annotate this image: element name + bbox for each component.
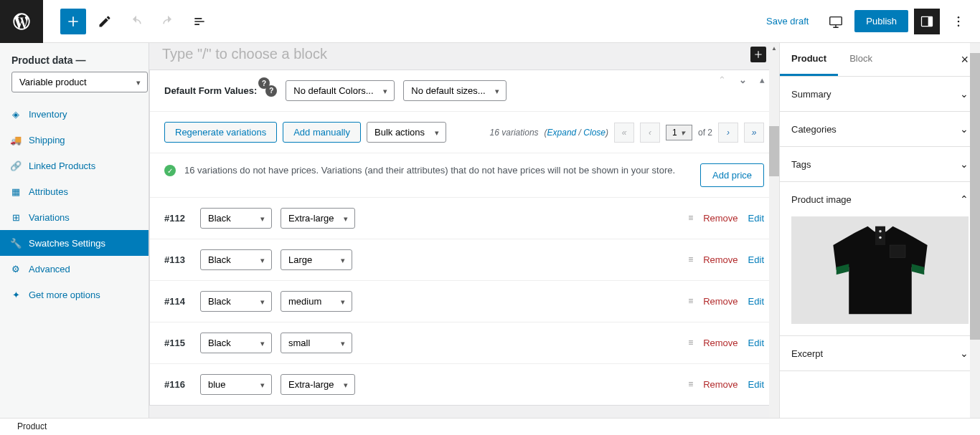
pager-first[interactable]: «: [614, 123, 634, 143]
inventory-icon: ◈: [10, 108, 22, 120]
remove-variation-link[interactable]: Remove: [703, 338, 738, 348]
variation-color-select[interactable]: blue: [200, 374, 272, 395]
drag-handle-icon[interactable]: ≡: [688, 381, 693, 387]
redo-button[interactable]: [155, 9, 181, 34]
panel-toggle-product-image[interactable]: Product image ⌃: [780, 182, 980, 216]
undo-icon: [129, 14, 143, 29]
wordpress-icon: [11, 11, 32, 32]
tab-product[interactable]: Product: [780, 43, 838, 76]
variation-size-select[interactable]: small: [281, 333, 352, 353]
variation-color-select[interactable]: Black: [200, 333, 272, 353]
panel-toggle-tags[interactable]: Tags ⌄: [780, 147, 980, 181]
add-block-button[interactable]: [60, 9, 86, 34]
drag-handle-icon[interactable]: ≡: [688, 298, 693, 304]
variation-actions: ≡ Remove Edit: [688, 254, 764, 265]
default-color-wrap: No default Colors...: [286, 80, 395, 101]
content-scrollbar-track[interactable]: ▲ ▼: [769, 43, 779, 435]
variation-id: #112: [164, 213, 192, 224]
sidebar-item-inventory[interactable]: ◈ Inventory: [0, 101, 149, 127]
panel-toggle-summary[interactable]: Summary ⌄: [780, 77, 980, 111]
product-data-sidebar: Product data — Variable product ◈ Invent…: [0, 43, 149, 435]
add-price-button[interactable]: Add price: [700, 163, 764, 187]
sidebar-scrollbar-track[interactable]: [970, 43, 980, 418]
svg-rect-9: [890, 245, 905, 258]
caret-up-icon[interactable]: ▴: [760, 75, 765, 85]
more-options-button[interactable]: [946, 9, 971, 34]
preview-button[interactable]: [823, 9, 849, 34]
expand-link[interactable]: Expand: [547, 128, 577, 138]
sidebar-item-getmore[interactable]: ✦ Get more options: [0, 282, 149, 307]
product-image[interactable]: [791, 216, 969, 324]
sidebar-tabs: Product Block ×: [780, 43, 980, 77]
close-link[interactable]: Close: [583, 128, 606, 138]
help-and-toggle: ?: [258, 77, 270, 89]
variations-icon: ⊞: [10, 211, 22, 223]
help-icon[interactable]: ?: [258, 77, 270, 89]
variation-color-select[interactable]: Black: [200, 249, 272, 270]
default-size-select[interactable]: No default sizes...: [403, 80, 507, 101]
settings-sidebar-toggle[interactable]: [914, 9, 940, 34]
sidebar-item-advanced[interactable]: ⚙ Advanced: [0, 256, 149, 282]
sidebar-scrollbar-thumb[interactable]: [970, 53, 980, 340]
undo-button[interactable]: [123, 9, 149, 34]
panel-label: Summary: [791, 89, 831, 100]
tab-block[interactable]: Block: [838, 43, 884, 76]
content-scrollbar-thumb[interactable]: [769, 126, 779, 176]
drag-handle-icon[interactable]: ≡: [688, 215, 693, 221]
panel-excerpt: Excerpt ⌄: [780, 336, 980, 371]
pager-prev[interactable]: ‹: [640, 123, 660, 143]
pager-last[interactable]: »: [744, 123, 764, 143]
scroll-up-icon[interactable]: ▲: [769, 43, 779, 53]
bulk-actions-select[interactable]: Bulk actions: [367, 122, 446, 143]
advanced-icon: ⚙: [10, 263, 22, 274]
sidebar-item-shipping[interactable]: 🚚 Shipping: [0, 127, 149, 153]
wordpress-logo[interactable]: [0, 0, 43, 43]
panel-label: Tags: [791, 159, 811, 170]
block-add-icon[interactable]: [750, 47, 766, 62]
list-icon: [192, 14, 207, 29]
document-outline-button[interactable]: [187, 9, 212, 34]
pager-next[interactable]: ›: [718, 123, 738, 143]
variation-size-select[interactable]: Extra-large: [281, 374, 355, 395]
chevron-down-icon: ⌄: [960, 348, 969, 359]
sidebar-item-variations[interactable]: ⊞ Variations: [0, 204, 149, 230]
save-draft-button[interactable]: Save draft: [758, 16, 817, 27]
variation-id: #113: [164, 254, 192, 265]
sidebar-item-linked[interactable]: 🔗 Linked Products: [0, 153, 149, 178]
product-type-select[interactable]: Variable product: [11, 72, 148, 92]
variation-size-select[interactable]: Large: [281, 249, 352, 270]
variation-color-select[interactable]: Black: [200, 208, 272, 229]
chevron-up-icon: ⌃: [960, 193, 969, 205]
drag-handle-icon[interactable]: ≡: [688, 257, 693, 262]
regenerate-variations-button[interactable]: Regenerate variations: [164, 122, 277, 143]
publish-button[interactable]: Publish: [854, 10, 908, 32]
default-color-select[interactable]: No default Colors...: [286, 80, 395, 101]
edit-variation-link[interactable]: Edit: [748, 379, 764, 390]
sidebar-item-swatches[interactable]: 🔧 Swatches Settings: [0, 230, 149, 256]
add-manually-button[interactable]: Add manually: [283, 122, 361, 143]
svg-point-8: [879, 236, 882, 239]
edit-variation-link[interactable]: Edit: [748, 213, 764, 224]
page-select[interactable]: 1: [666, 125, 692, 140]
sidebar-item-attributes[interactable]: ▦ Attributes: [0, 178, 149, 204]
edit-variation-link[interactable]: Edit: [748, 296, 764, 307]
edit-variation-link[interactable]: Edit: [748, 338, 764, 348]
remove-variation-link[interactable]: Remove: [703, 379, 738, 390]
variation-size-select[interactable]: medium: [281, 291, 352, 312]
panel-categories: Categories ⌄: [780, 112, 980, 147]
panel-toggle-excerpt[interactable]: Excerpt ⌄: [780, 336, 980, 371]
edit-variation-link[interactable]: Edit: [748, 254, 764, 265]
variation-id: #114: [164, 296, 192, 307]
variation-color-select[interactable]: Black: [200, 291, 272, 312]
panel-toggle-categories[interactable]: Categories ⌄: [780, 112, 980, 146]
polo-shirt-icon: [816, 220, 945, 320]
edit-mode-button[interactable]: [92, 9, 118, 34]
variation-id: #116: [164, 379, 192, 390]
chevron-up-icon[interactable]: ⌃: [718, 75, 726, 85]
drag-handle-icon[interactable]: ≡: [688, 340, 693, 345]
chevron-down-icon[interactable]: ⌄: [739, 75, 747, 85]
remove-variation-link[interactable]: Remove: [703, 296, 738, 307]
remove-variation-link[interactable]: Remove: [703, 254, 738, 265]
variation-size-select[interactable]: Extra-large: [281, 208, 355, 229]
remove-variation-link[interactable]: Remove: [703, 213, 738, 224]
